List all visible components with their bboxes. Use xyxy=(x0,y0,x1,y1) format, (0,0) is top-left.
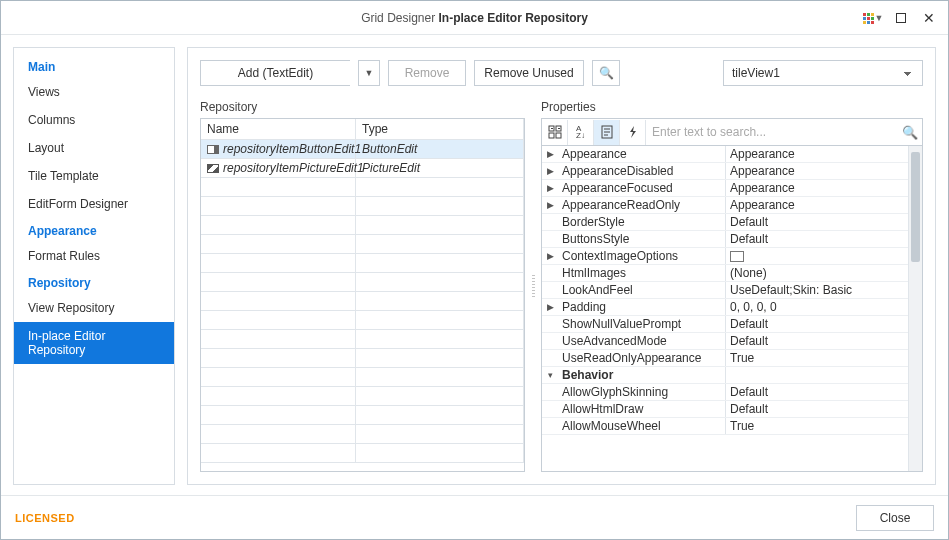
repository-empty-row[interactable] xyxy=(201,330,524,349)
property-row[interactable]: AllowMouseWheelTrue xyxy=(542,418,908,435)
add-button[interactable]: Add (TextEdit) xyxy=(200,60,350,86)
property-category-row[interactable]: ▾Behavior xyxy=(542,367,908,384)
repository-empty-row[interactable] xyxy=(201,292,524,311)
property-value[interactable]: (None) xyxy=(726,265,908,281)
repository-empty-row[interactable] xyxy=(201,311,524,330)
property-value[interactable]: Default xyxy=(726,316,908,332)
repository-empty-row[interactable] xyxy=(201,368,524,387)
property-row[interactable]: ▶AppearanceDisabledAppearance xyxy=(542,163,908,180)
property-pages-button[interactable] xyxy=(594,120,620,145)
button-edit-icon xyxy=(207,144,219,154)
properties-toolbar: AZ↓ 🔍 xyxy=(541,118,923,145)
property-row[interactable]: ▶Padding0, 0, 0, 0 xyxy=(542,299,908,316)
sidebar-item-view-repository[interactable]: View Repository xyxy=(14,294,174,322)
svg-rect-3 xyxy=(556,133,561,138)
expander-icon[interactable]: ▾ xyxy=(542,367,558,383)
property-row[interactable]: ▶AppearanceFocusedAppearance xyxy=(542,180,908,197)
skin-picker-button[interactable]: ▼ xyxy=(860,7,886,29)
add-dropdown-button[interactable]: ▼ xyxy=(358,60,380,86)
col-name-header[interactable]: Name xyxy=(201,119,356,139)
repository-empty-row[interactable] xyxy=(201,406,524,425)
property-row[interactable]: UseAdvancedModeDefault xyxy=(542,333,908,350)
property-value[interactable] xyxy=(726,248,908,264)
sidebar-item-editform-designer[interactable]: EditForm Designer xyxy=(14,190,174,218)
property-row[interactable]: AllowHtmlDrawDefault xyxy=(542,401,908,418)
maximize-button[interactable] xyxy=(888,7,914,29)
property-row[interactable]: ▶ContextImageOptions xyxy=(542,248,908,265)
property-row[interactable]: BorderStyleDefault xyxy=(542,214,908,231)
alphabetical-button[interactable]: AZ↓ xyxy=(568,120,594,145)
property-row[interactable]: ButtonsStyleDefault xyxy=(542,231,908,248)
property-value[interactable]: Default xyxy=(726,384,908,400)
repository-empty-row[interactable] xyxy=(201,197,524,216)
repository-empty-row[interactable] xyxy=(201,216,524,235)
remove-unused-button[interactable]: Remove Unused xyxy=(474,60,584,86)
property-value[interactable] xyxy=(726,367,908,383)
repository-empty-row[interactable] xyxy=(201,235,524,254)
expander-icon[interactable]: ▶ xyxy=(542,299,558,315)
property-search-input[interactable] xyxy=(646,119,898,145)
sidebar-item-in-place-editor-repository[interactable]: In-place Editor Repository xyxy=(14,322,174,364)
property-value[interactable]: Appearance xyxy=(726,163,908,179)
repository-empty-row[interactable] xyxy=(201,254,524,273)
property-value[interactable]: Default xyxy=(726,333,908,349)
property-value[interactable]: Default xyxy=(726,214,908,230)
property-value[interactable]: True xyxy=(726,350,908,366)
property-row[interactable]: HtmlImages(None) xyxy=(542,265,908,282)
splitter[interactable] xyxy=(529,100,537,472)
sidebar-item-layout[interactable]: Layout xyxy=(14,134,174,162)
property-scrollbar[interactable] xyxy=(908,146,922,471)
property-row[interactable]: UseReadOnlyAppearanceTrue xyxy=(542,350,908,367)
expander-icon[interactable]: ▶ xyxy=(542,146,558,162)
property-row[interactable]: LookAndFeelUseDefault;Skin: Basic xyxy=(542,282,908,299)
col-type-header[interactable]: Type xyxy=(356,119,524,139)
repository-grid[interactable]: Name Type repositoryItemButtonEdit1Butto… xyxy=(200,118,525,472)
view-select[interactable]: tileView1 xyxy=(723,60,923,86)
repository-empty-row[interactable] xyxy=(201,178,524,197)
property-value[interactable]: UseDefault;Skin: Basic xyxy=(726,282,908,298)
repository-empty-row[interactable] xyxy=(201,444,524,463)
property-value[interactable]: True xyxy=(726,418,908,434)
sidebar-item-format-rules[interactable]: Format Rules xyxy=(14,242,174,270)
expander-icon[interactable]: ▶ xyxy=(542,180,558,196)
sidebar-item-views[interactable]: Views xyxy=(14,78,174,106)
scrollbar-thumb[interactable] xyxy=(911,152,920,262)
repository-empty-row[interactable] xyxy=(201,387,524,406)
property-value[interactable]: Appearance xyxy=(726,197,908,213)
page-icon xyxy=(600,125,614,139)
property-key: AppearanceFocused xyxy=(558,180,726,196)
property-key: HtmlImages xyxy=(558,265,726,281)
property-value[interactable]: Appearance xyxy=(726,180,908,196)
close-button[interactable]: Close xyxy=(856,505,934,531)
repository-empty-row[interactable] xyxy=(201,273,524,292)
property-value[interactable]: Default xyxy=(726,231,908,247)
property-row[interactable]: ShowNullValuePromptDefault xyxy=(542,316,908,333)
titlebar: Grid Designer In-place Editor Repository… xyxy=(1,1,948,35)
picture-edit-icon xyxy=(207,163,219,173)
property-row[interactable]: AllowGlyphSkinningDefault xyxy=(542,384,908,401)
expander-icon[interactable]: ▶ xyxy=(542,163,558,179)
repository-empty-row[interactable] xyxy=(201,425,524,444)
repository-row[interactable]: repositoryItemPictureEdit1PictureEdit xyxy=(201,159,524,178)
property-key: ContextImageOptions xyxy=(558,248,726,264)
properties-panel: Properties AZ↓ xyxy=(541,100,923,472)
categorized-button[interactable] xyxy=(542,120,568,145)
sidebar-item-columns[interactable]: Columns xyxy=(14,106,174,134)
property-row[interactable]: ▶AppearanceAppearance xyxy=(542,146,908,163)
remove-button[interactable]: Remove xyxy=(388,60,466,86)
expander-icon[interactable]: ▶ xyxy=(542,197,558,213)
search-button[interactable]: 🔍 xyxy=(592,60,620,86)
expander-icon[interactable]: ▶ xyxy=(542,248,558,264)
property-row[interactable]: ▶AppearanceReadOnlyAppearance xyxy=(542,197,908,214)
property-value[interactable]: Appearance xyxy=(726,146,908,162)
property-grid[interactable]: ▶AppearanceAppearance▶AppearanceDisabled… xyxy=(541,145,923,472)
close-window-button[interactable]: ✕ xyxy=(916,7,942,29)
events-button[interactable] xyxy=(620,120,646,145)
repository-empty-row[interactable] xyxy=(201,349,524,368)
repository-row[interactable]: repositoryItemButtonEdit1ButtonEdit xyxy=(201,140,524,159)
property-value[interactable]: 0, 0, 0, 0 xyxy=(726,299,908,315)
sidebar-item-tile-template[interactable]: Tile Template xyxy=(14,162,174,190)
title-controls: ▼ ✕ xyxy=(860,1,942,35)
property-key: AppearanceDisabled xyxy=(558,163,726,179)
property-value[interactable]: Default xyxy=(726,401,908,417)
